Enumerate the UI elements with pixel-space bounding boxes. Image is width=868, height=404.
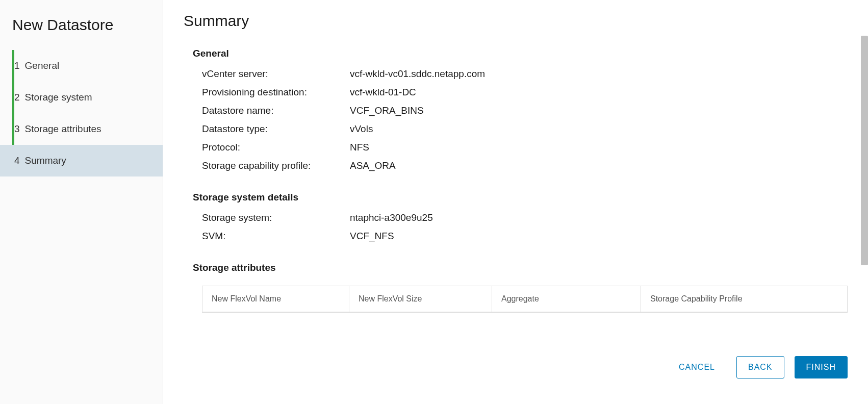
step-label: Storage attributes xyxy=(25,123,101,135)
page-title: Summary xyxy=(184,12,848,30)
storage-attrs-table: New FlexVol Name New FlexVol Size Aggreg… xyxy=(202,286,848,313)
row-storage-system: Storage system: ntaphci-a300e9u25 xyxy=(193,212,848,223)
wizard-sidebar: New Datastore 1 General 2 Storage system… xyxy=(0,0,163,404)
step-general[interactable]: 1 General xyxy=(0,50,163,82)
label-prov-dest: Provisioning destination: xyxy=(202,87,350,98)
step-label: General xyxy=(25,60,60,71)
step-num: 4 xyxy=(14,155,20,166)
scrollbar-thumb[interactable] xyxy=(861,36,868,265)
row-protocol: Protocol: NFS xyxy=(193,142,848,153)
section-title: General xyxy=(193,48,848,59)
label-storage-system: Storage system: xyxy=(202,212,350,223)
col-flexvol-size[interactable]: New FlexVol Size xyxy=(349,286,492,312)
main-content: Summary General vCenter server: vcf-wkld… xyxy=(163,0,868,404)
row-svm: SVM: VCF_NFS xyxy=(193,231,848,242)
label-vcenter: vCenter server: xyxy=(202,68,350,80)
value-ds-name: VCF_ORA_BINS xyxy=(350,105,424,116)
section-title: Storage system details xyxy=(193,192,848,203)
step-label: Summary xyxy=(25,155,66,166)
value-vcenter: vcf-wkld-vc01.sddc.netapp.com xyxy=(350,68,485,80)
row-ds-name: Datastore name: VCF_ORA_BINS xyxy=(193,105,848,116)
label-protocol: Protocol: xyxy=(202,142,350,153)
value-ds-type: vVols xyxy=(350,123,373,135)
value-storage-system: ntaphci-a300e9u25 xyxy=(350,212,433,223)
section-general: General vCenter server: vcf-wkld-vc01.sd… xyxy=(184,48,848,171)
row-vcenter: vCenter server: vcf-wkld-vc01.sddc.netap… xyxy=(193,68,848,80)
label-ds-type: Datastore type: xyxy=(202,123,350,135)
cancel-button[interactable]: CANCEL xyxy=(668,357,726,378)
table-header: New FlexVol Name New FlexVol Size Aggreg… xyxy=(202,286,847,312)
col-flexvol-name[interactable]: New FlexVol Name xyxy=(202,286,349,312)
col-aggregate[interactable]: Aggregate xyxy=(492,286,641,312)
section-storage-system: Storage system details Storage system: n… xyxy=(184,192,848,242)
value-protocol: NFS xyxy=(350,142,369,153)
value-svm: VCF_NFS xyxy=(350,231,394,242)
back-button[interactable]: BACK xyxy=(736,356,784,378)
section-storage-attributes: Storage attributes New FlexVol Name New … xyxy=(184,262,848,313)
step-num: 2 xyxy=(14,92,20,103)
row-scp: Storage capability profile: ASA_ORA xyxy=(193,160,848,171)
step-summary[interactable]: 4 Summary xyxy=(0,145,163,176)
value-prov-dest: vcf-wkld-01-DC xyxy=(350,87,416,98)
row-ds-type: Datastore type: vVols xyxy=(193,123,848,135)
section-title: Storage attributes xyxy=(193,262,848,273)
step-num: 3 xyxy=(14,123,20,135)
row-prov-dest: Provisioning destination: vcf-wkld-01-DC xyxy=(193,87,848,98)
wizard-title: New Datastore xyxy=(0,12,163,50)
value-scp: ASA_ORA xyxy=(350,160,396,171)
label-scp: Storage capability profile: xyxy=(202,160,350,171)
label-svm: SVM: xyxy=(202,231,350,242)
col-scp[interactable]: Storage Capability Profile xyxy=(641,286,847,312)
step-num: 1 xyxy=(14,60,20,71)
finish-button[interactable]: FINISH xyxy=(795,356,848,378)
step-storage-attributes[interactable]: 3 Storage attributes xyxy=(0,113,163,145)
label-ds-name: Datastore name: xyxy=(202,105,350,116)
step-label: Storage system xyxy=(25,92,92,103)
step-storage-system[interactable]: 2 Storage system xyxy=(0,82,163,113)
wizard-footer: CANCEL BACK FINISH xyxy=(668,356,848,378)
